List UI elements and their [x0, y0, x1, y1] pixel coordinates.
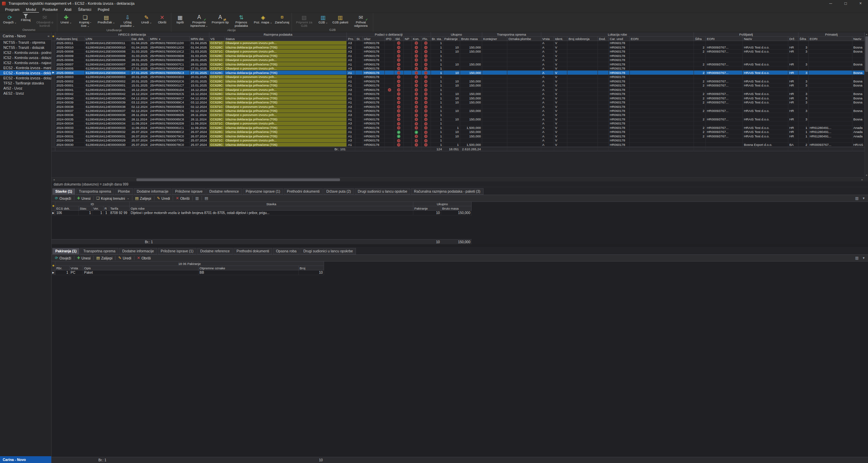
tab-ra-unalna-razmjena-podataka-paketi-3[interactable]: Računalna razmjena podataka - paketi (3)	[411, 188, 484, 195]
prihvat-odgovora-button[interactable]: ✉✓Prihvat odgovora	[350, 14, 372, 27]
column-header-vs[interactable]: VS	[209, 37, 225, 41]
scroll-up-icon[interactable]: ▲	[865, 32, 868, 36]
column-header-stav[interactable]: Stav.	[79, 206, 92, 211]
kopiraj-trenutni-button[interactable]: ❏Kopiraj trenutni⌄	[94, 196, 131, 201]
sidebar-item-ics2-kontrola-uvoza-dolazak[interactable]: ICS2 - Kontrola uvoza - dolazak	[0, 55, 51, 60]
scroll-left-icon[interactable]: ◄	[52, 178, 56, 181]
column-header-st[interactable]: St.	[355, 37, 363, 41]
column-header-tarifa[interactable]: Tarifa	[109, 206, 130, 211]
column-header-naziv[interactable]: Naziv	[743, 37, 788, 41]
column-header-plo[interactable]: Plo.	[421, 37, 431, 41]
menu-program[interactable]: Program	[2, 7, 22, 12]
tab-dodatne-informacije[interactable]: Dodatne informacije	[119, 248, 157, 254]
uredi-button[interactable]: ✎Uredi	[116, 255, 133, 261]
sidebar-item-ecs2-kontrola-izvoza-deklar[interactable]: ECS2 - Kontrola izvoza - deklar...	[0, 70, 51, 75]
declaration-row-2025-00009[interactable]: 2025-000096128049164125E0000000931.03.20…	[52, 54, 865, 58]
g2b-button[interactable]: ▥G2B⌄	[315, 14, 331, 24]
column-chooser-icon-button[interactable]: ▥	[853, 196, 861, 201]
sidebar-item-aes2-izvoz[interactable]: AES2 - Izvoz	[0, 91, 51, 96]
menu-ifarnici[interactable]: Šifarnici	[75, 7, 94, 12]
tab-prilo-ene-isprave[interactable]: Priložene isprave	[172, 188, 206, 195]
tab-pakiranja-1[interactable]: Pakiranja (1)	[52, 248, 79, 254]
declaration-row-2025-00004[interactable]: ▶2025-000046128049164125E0000000427.01.2…	[52, 71, 865, 75]
tab-drugi-sudionici-u-lancu-opskrbe[interactable]: Drugi sudionici u lancu opskrbe	[300, 248, 356, 254]
column-header-pakiranje[interactable]: Pakiranje	[443, 37, 460, 41]
declaration-row-2025-00010[interactable]: 2025-000106128049164125E0000001001.04.20…	[52, 45, 865, 49]
column-header-izlaz[interactable]: Izlaz	[363, 37, 385, 41]
sidebar-item-ais2-uvoz[interactable]: AIS2 - Uvoz	[0, 85, 51, 91]
horizontal-scrollbar[interactable]: ◄ ►	[52, 177, 865, 181]
tab-prethodni-dokumenti[interactable]: Prethodni dokumenti	[284, 188, 322, 195]
column-header-ver[interactable]: Ver.	[92, 206, 103, 211]
zara-unaj-button[interactable]: ¤Zaračunaj	[273, 14, 290, 24]
column-header-ecs-dek[interactable]: ECS dek.	[55, 206, 79, 211]
obri-i-button[interactable]: ✕Obriši	[135, 255, 153, 261]
promjeni-tip-button[interactable]: A⇄Promjeni tip	[210, 14, 230, 24]
menu-postavke[interactable]: Postavke	[39, 7, 61, 12]
tab-dodatne-reference[interactable]: Dodatne reference	[206, 188, 242, 195]
obri-i-button[interactable]: ✕Obriši	[154, 14, 170, 24]
vertical-scrollbar-thumb[interactable]	[865, 36, 868, 72]
column-header-lrn[interactable]: LRN	[85, 37, 131, 41]
column-header-np[interactable]: NP	[404, 37, 412, 41]
column-header-status[interactable]: Status	[225, 37, 347, 41]
declaration-row-2024-00042[interactable]: 2024-000426128049164124E0000004216.12.20…	[52, 92, 865, 96]
column-header-broj[interactable]: Broj	[299, 266, 324, 270]
column-header-kontejner[interactable]: Kontejner	[482, 37, 507, 41]
column-chooser-icon-button[interactable]: ▥	[853, 255, 861, 261]
column-header-ident[interactable]: Ident.	[554, 37, 568, 41]
close-button[interactable]: ×	[853, 0, 868, 7]
scroll-right-icon[interactable]: ►	[861, 178, 864, 181]
menu-alati[interactable]: Alati	[61, 7, 74, 12]
prijenos-podataka-button[interactable]: ⇅Prijenos podataka	[230, 14, 252, 27]
unesi-button[interactable]: ✚Unesi	[75, 196, 93, 201]
sidebar-item-tfs2-tarifiranje-stavaka[interactable]: TFS2 - Tarifiranje stavaka	[0, 80, 51, 85]
column-header-kon[interactable]: Kon.	[412, 37, 421, 41]
ispi-i-button[interactable]: ▦Ispiši	[172, 14, 188, 24]
tab-prethodni-dokumenti[interactable]: Prethodni dokumenti	[233, 248, 272, 254]
tab-transportna-oprema[interactable]: Transportna oprema	[80, 248, 118, 254]
vertical-scrollbar[interactable]: ▲ ▼	[865, 32, 868, 177]
menu-modul[interactable]: Modul	[23, 7, 39, 13]
column-header-vrsta[interactable]: Vrsta	[70, 266, 83, 270]
declaration-row-2024-00030[interactable]: 2024-000306128049164124E0000003025.07.20…	[52, 143, 865, 147]
declaration-row-2025-00011[interactable]: 2025-000116128049164125E0000001101.04.20…	[52, 41, 865, 45]
uredi-button[interactable]: ✎Uredi⌄	[139, 14, 154, 24]
unesi-button[interactable]: ✚Unesi	[75, 255, 93, 261]
column-header-dod[interactable]: Dod.	[598, 37, 609, 41]
column-header-broj-odobrenja[interactable]: Broj odobrenja	[567, 37, 598, 41]
osvje-i-button[interactable]: ⟳Osvježi	[53, 196, 73, 201]
declaration-row-2024-00041[interactable]: 2024-000416128049164124E0000004116.12.20…	[52, 88, 865, 92]
maximize-button[interactable]: □	[838, 0, 853, 7]
column-header-oznaka-plombe[interactable]: Oznaka plombe	[507, 37, 541, 41]
collapse-sidebar-icon[interactable]: «	[48, 34, 50, 38]
g2b-paketi-button[interactable]: ▥G2B paketi	[331, 14, 350, 24]
declaration-row-2024-00039[interactable]: 2024-000396128049164124E0000003903.12.20…	[52, 100, 865, 104]
column-header-eori[interactable]: EORI	[809, 37, 852, 41]
declaration-row-2024-00029[interactable]: 2024-000296128049164124E0000002925.07.20…	[52, 138, 865, 142]
horizontal-scrollbar-thumb[interactable]	[136, 178, 340, 181]
column-header-car-ured[interactable]: Car. ured	[609, 37, 630, 41]
tab-opasna-roba[interactable]: Opasna roba	[273, 248, 300, 254]
declaration-row-2024-00034[interactable]: 2024-000346128049164124E0000003411.09.20…	[52, 121, 865, 126]
sidebar-item-ics2-kontrola-uvoza-podno[interactable]: ICS2 - Kontrola uvoza - podnoš...	[0, 50, 51, 55]
column-header-opis-robe[interactable]: Opis robe	[130, 206, 413, 211]
column-header-dr[interactable]: Drž.	[788, 37, 798, 41]
poz-mapa-button[interactable]: ◈Poz. mapa⌄	[252, 14, 273, 24]
minimize-button[interactable]: ─	[823, 0, 838, 7]
column-header-rbr[interactable]: Rbr.	[55, 266, 70, 270]
u-itaj-podatke-button[interactable]: ⇩Učitaj podatke⌄	[116, 14, 139, 28]
declaration-row-2024-00035[interactable]: 2024-000356128049164124E0000003528.11.20…	[52, 117, 865, 121]
tab-dr-ave-puta-2[interactable]: Države puta (2)	[323, 188, 354, 195]
column-header-skl[interactable]: Skl.	[394, 37, 404, 41]
column-header-vrsta[interactable]: Vrsta	[541, 37, 554, 41]
column-header-bruto-masa[interactable]: Bruto masa	[460, 37, 482, 41]
declaration-row-2025-00001[interactable]: 2025-000016128049164125E0000000115.01.20…	[52, 83, 865, 88]
sidebar-item-ecs2-kontrola-izvoza-dolazak[interactable]: ECS2 - Kontrola izvoza - dolazak	[0, 75, 51, 80]
column-header-eori[interactable]: EORI	[630, 37, 694, 41]
declaration-row-2024-00033[interactable]: 2024-000336128049164124E0000003311.09.20…	[52, 126, 865, 130]
column-header-ipo[interactable]: IPO	[385, 37, 394, 41]
column-header-opis[interactable]: Opis	[83, 266, 199, 270]
kopiraj-sve-button[interactable]: ❏Kopiraj - Sve⌄	[74, 14, 96, 28]
uredi-button[interactable]: ✎Uredi	[155, 196, 172, 201]
